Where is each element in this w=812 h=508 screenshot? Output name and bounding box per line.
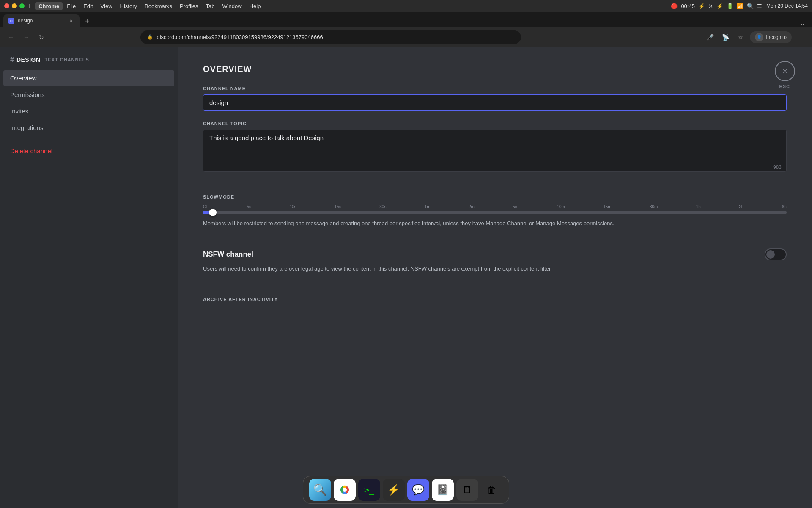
menu-help[interactable]: Help xyxy=(246,2,264,10)
dock-app1[interactable]: ⚡ xyxy=(383,479,405,501)
wifi-signal-icon: 📶 xyxy=(737,3,743,9)
slowmode-slider-container: Off 5s 10s 15s 30s 1m 2m 5m 10m 15m 30m … xyxy=(203,204,787,214)
close-window-button[interactable] xyxy=(4,3,9,8)
bookmark-icon[interactable]: ☆ xyxy=(735,31,746,43)
tab-close-button[interactable]: ✕ xyxy=(68,17,74,24)
toggle-knob xyxy=(766,250,775,259)
sidebar-nav: Overview Permissions Invites Integration… xyxy=(0,70,178,159)
channel-name-input[interactable] xyxy=(203,94,787,111)
tick-10m: 10m xyxy=(557,204,565,209)
incognito-button[interactable]: 👤 Incognito xyxy=(750,31,792,43)
tab-search-button[interactable]: ⌄ xyxy=(800,19,805,27)
dock-trash[interactable]: 🗑 xyxy=(481,479,503,501)
bolt-icon: ⚡ xyxy=(698,3,705,9)
more-button[interactable]: ⋮ xyxy=(795,31,807,43)
lock-icon: 🔒 xyxy=(147,34,153,40)
divider-3 xyxy=(203,283,787,283)
slider-ticks: Off 5s 10s 15s 30s 1m 2m 5m 10m 15m 30m … xyxy=(203,204,787,209)
dock-iterm[interactable]: >_ xyxy=(358,479,380,501)
back-button[interactable]: ← xyxy=(5,31,17,43)
menu-chrome[interactable]: Chrome xyxy=(35,2,63,10)
archive-section: ARCHIVE AFTER INACTIVITY xyxy=(203,297,787,302)
sidebar-section-subtitle: TEXT CHANNELS xyxy=(45,57,89,62)
sidebar-item-invites[interactable]: Invites xyxy=(3,103,174,119)
dock-discord[interactable]: 💬 xyxy=(407,479,429,501)
new-tab-button[interactable]: + xyxy=(81,15,93,27)
battery-time: 00:45 xyxy=(681,3,695,9)
char-count: 983 xyxy=(773,164,782,170)
tick-30s: 30s xyxy=(379,204,386,209)
audio-icon: ⚡ xyxy=(716,3,723,9)
apple-logo-icon:  xyxy=(28,3,30,9)
slowmode-label: SLOWMODE xyxy=(203,194,787,199)
siri-icon: ☰ xyxy=(757,3,762,9)
sidebar-channel-name: DESIGN xyxy=(16,56,41,63)
dock-finder[interactable]: 🔍 xyxy=(309,479,331,501)
traffic-lights xyxy=(4,3,25,8)
menu-tab[interactable]: Tab xyxy=(202,2,218,10)
menu-view[interactable]: View xyxy=(97,2,116,10)
notion-icon: 📓 xyxy=(436,484,449,496)
tick-off: Off xyxy=(203,204,208,209)
menu-edit[interactable]: Edit xyxy=(80,2,96,10)
tick-1h: 1h xyxy=(696,204,701,209)
overview-heading: OVERVIEW xyxy=(203,64,787,74)
slowmode-description: Members will be restricted to sending on… xyxy=(203,219,787,228)
dock-files[interactable]: 🗒 xyxy=(456,479,478,501)
nsfw-toggle[interactable] xyxy=(765,248,787,260)
forward-button[interactable]: → xyxy=(20,31,32,43)
slowmode-track xyxy=(203,211,787,214)
channel-topic-wrapper: This is a good place to talk about Desig… xyxy=(203,130,787,174)
incognito-avatar: 👤 xyxy=(755,33,763,41)
cast-icon[interactable]: 📡 xyxy=(719,31,731,43)
discord-icon: 💬 xyxy=(412,484,425,496)
tick-10s: 10s xyxy=(289,204,296,209)
url-text: discord.com/channels/922491180309159986/… xyxy=(156,34,323,40)
sidebar-item-overview[interactable]: Overview xyxy=(3,70,174,86)
tab-bar: D design ✕ + ⌄ xyxy=(0,12,812,27)
tick-15s: 15s xyxy=(335,204,341,209)
close-button[interactable]: × xyxy=(775,61,795,81)
address-right: 🎤 📡 ☆ 👤 Incognito ⋮ xyxy=(704,31,807,43)
menu-profiles[interactable]: Profiles xyxy=(176,2,201,10)
channel-topic-input[interactable]: This is a good place to talk about Desig… xyxy=(203,130,787,172)
finder-icon: 🔍 xyxy=(313,483,327,497)
trash-icon: 🗑 xyxy=(487,484,497,496)
sidebar-item-permissions[interactable]: Permissions xyxy=(3,87,174,102)
tick-6h: 6h xyxy=(782,204,787,209)
fullscreen-window-button[interactable] xyxy=(19,3,25,8)
chrome-icon xyxy=(338,483,351,497)
menu-bar: Chrome File Edit View History Bookmarks … xyxy=(35,2,264,10)
menu-bookmarks[interactable]: Bookmarks xyxy=(141,2,176,10)
slider-thumb[interactable] xyxy=(209,209,217,216)
url-bar[interactable]: 🔒 discord.com/channels/92249118030915998… xyxy=(140,30,521,44)
menu-file[interactable]: File xyxy=(63,2,79,10)
files-icon: 🗒 xyxy=(462,484,472,496)
tick-2m: 2m xyxy=(469,204,475,209)
active-tab[interactable]: D design ✕ xyxy=(3,14,80,27)
channel-name-group: CHANNEL NAME xyxy=(203,86,787,111)
nsfw-section: NSFW channel Users will need to confirm … xyxy=(203,248,787,273)
archive-label: ARCHIVE AFTER INACTIVITY xyxy=(203,297,787,302)
reload-button[interactable]: ↻ xyxy=(36,31,47,43)
tick-1m: 1m xyxy=(425,204,431,209)
minimize-window-button[interactable] xyxy=(12,3,17,8)
menu-history[interactable]: History xyxy=(117,2,140,10)
tick-2h: 2h xyxy=(739,204,743,209)
divider-2 xyxy=(203,238,787,238)
menu-window[interactable]: Window xyxy=(219,2,245,10)
tick-15m: 15m xyxy=(603,204,611,209)
sidebar-item-integrations[interactable]: Integrations xyxy=(3,120,174,135)
titlebar-right: 🔴 00:45 ⚡ ✕ ⚡ 🔋 📶 🔍 ☰ Mon 20 Dec 14:54 xyxy=(671,3,808,9)
close-icon: × xyxy=(782,66,787,76)
delete-channel-button[interactable]: Delete channel xyxy=(3,143,174,159)
search-icon: 🔍 xyxy=(747,3,754,9)
titlebar-left:  Chrome File Edit View History Bookmark… xyxy=(4,2,264,10)
esc-label: ESC xyxy=(779,84,790,89)
dock-chrome[interactable] xyxy=(334,479,356,501)
nsfw-header: NSFW channel xyxy=(203,248,787,260)
dock-notion[interactable]: 📓 xyxy=(432,479,454,501)
microphone-icon[interactable]: 🎤 xyxy=(704,31,716,43)
nsfw-title: NSFW channel xyxy=(203,250,253,259)
terminal-icon: >_ xyxy=(364,485,374,495)
